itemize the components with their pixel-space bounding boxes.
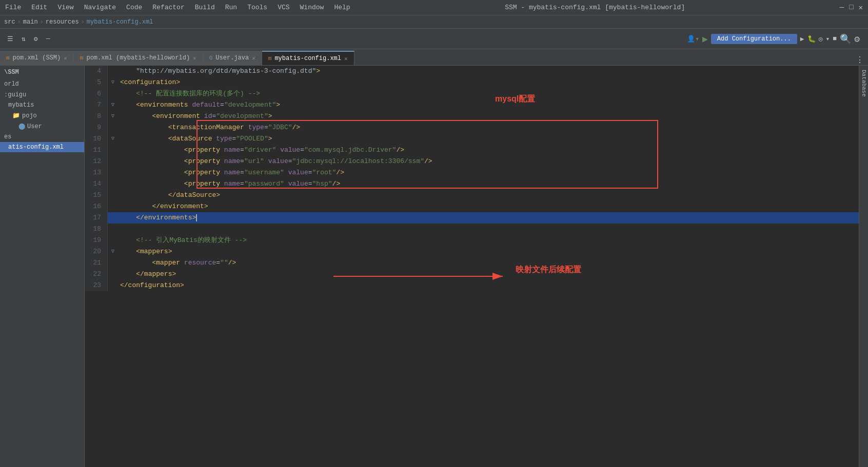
tab-mybatis-config[interactable]: m mybatis-config.xml ✕: [262, 51, 354, 65]
play-button[interactable]: ▶: [800, 35, 804, 43]
coverage-button[interactable]: ◎: [819, 35, 823, 43]
stop-button[interactable]: ■: [833, 35, 837, 43]
sidebar-item-mybatis[interactable]: mybatis: [0, 100, 84, 110]
menu-bar[interactable]: File Edit View Navigate Code Refactor Bu…: [5, 4, 350, 11]
toolbar-icon-2[interactable]: ⇅: [18, 33, 29, 45]
title-bar: File Edit View Navigate Code Refactor Bu…: [0, 0, 868, 15]
line-number-18: 18: [85, 224, 108, 235]
menu-help[interactable]: Help: [334, 4, 350, 11]
settings-toolbar-icon[interactable]: ⚙: [854, 33, 860, 45]
toolbar: ☰ ⇅ ⚙ — 👤▾ ▶ Add Configuration... ▶ 🐛 ◎ …: [0, 29, 868, 49]
code-line-7[interactable]: 7▽ <environments default="development">: [85, 99, 868, 111]
breadcrumb: src › main › resources › mybatis-config.…: [0, 15, 868, 29]
code-line-6[interactable]: 6 <!-- 配置连接数据库的环境(多个) -->: [85, 88, 868, 99]
code-line-22[interactable]: 22 </mappers>: [85, 269, 868, 280]
code-line-17[interactable]: 17 </environments>: [85, 212, 868, 224]
menu-file[interactable]: File: [5, 4, 21, 11]
line-number-14: 14: [85, 178, 108, 190]
menu-view[interactable]: View: [57, 4, 73, 11]
code-line-12[interactable]: 12 <property name="url" value="jdbc:mysq…: [85, 156, 868, 167]
sidebar-item-pojo[interactable]: 📁 pojo: [0, 110, 84, 121]
line-content-15: </dataSource>: [118, 190, 868, 201]
tab-close-pom-mybatis[interactable]: ✕: [193, 55, 196, 62]
sidebar-item-es[interactable]: es: [0, 132, 84, 142]
code-line-18[interactable]: 18: [85, 224, 868, 235]
code-line-4[interactable]: 4 "http://mybatis.org/dtd/mybatis-3-conf…: [85, 66, 868, 77]
menu-navigate[interactable]: Navigate: [84, 4, 116, 11]
sidebar-item-user[interactable]: ⬤ User: [0, 121, 84, 132]
toolbar-minus[interactable]: —: [43, 33, 53, 44]
code-line-19[interactable]: 19 <!-- 引入MyBatis的映射文件 -->: [85, 235, 868, 246]
tab-close-pom-ssm[interactable]: ✕: [64, 55, 67, 62]
line-content-22: </mappers>: [118, 269, 868, 280]
line-gutter-16: [108, 201, 118, 212]
sidebar-item-mybatis-config[interactable]: atis-config.xml: [0, 142, 84, 152]
menu-build[interactable]: Build: [195, 4, 215, 11]
breadcrumb-file[interactable]: mybatis-config.xml: [87, 18, 153, 26]
code-line-5[interactable]: 5▽<configuration>: [85, 77, 868, 88]
tab-more-button[interactable]: ⋮: [852, 55, 868, 65]
line-gutter-5: ▽: [108, 77, 118, 88]
code-line-9[interactable]: 9 <transactionManager type="JDBC"/>: [85, 122, 868, 133]
sidebar-header: \SSM: [0, 66, 84, 79]
line-gutter-6: [108, 88, 118, 99]
tab-close-user-java[interactable]: ✕: [252, 55, 255, 62]
breadcrumb-main[interactable]: main: [23, 18, 38, 26]
code-line-11[interactable]: 11 <property name="driver" value="com.my…: [85, 145, 868, 156]
code-line-23[interactable]: 23</configuration>: [85, 280, 868, 291]
line-gutter-21: [108, 257, 118, 269]
breadcrumb-src[interactable]: src: [4, 18, 15, 26]
code-line-10[interactable]: 10▽ <dataSource type="POOLED">: [85, 133, 868, 145]
menu-refactor[interactable]: Refactor: [152, 4, 184, 11]
menu-code[interactable]: Code: [126, 4, 142, 11]
code-line-15[interactable]: 15 </dataSource>: [85, 190, 868, 201]
code-line-20[interactable]: 20▽ <mappers>: [85, 246, 868, 257]
add-configuration-button[interactable]: Add Configuration...: [711, 34, 797, 44]
line-gutter-14: [108, 178, 118, 190]
code-line-16[interactable]: 16 </environment>: [85, 201, 868, 212]
line-content-5: <configuration>: [118, 77, 868, 88]
main-layout: \SSM orld ːguigu mybatis 📁 pojo ⬤ User e…: [0, 66, 868, 467]
sidebar-item-world[interactable]: orld: [0, 79, 84, 89]
profile-icon[interactable]: 👤▾: [687, 35, 699, 43]
line-content-20: <mappers>: [118, 246, 868, 257]
close-button[interactable]: ✕: [859, 3, 863, 12]
line-content-8: <environment id="development">: [118, 111, 868, 122]
tab-close-mybatis-config[interactable]: ✕: [344, 55, 348, 62]
menu-run[interactable]: Run: [225, 4, 237, 11]
maximize-button[interactable]: □: [849, 3, 853, 12]
sidebar: \SSM orld ːguigu mybatis 📁 pojo ⬤ User e…: [0, 66, 85, 467]
settings-icon[interactable]: ⚙: [31, 33, 41, 45]
project-tree-toggle[interactable]: ☰: [4, 33, 16, 45]
line-content-23: </configuration>: [118, 280, 868, 291]
tab-pom-mybatis[interactable]: m pom.xml (mybatis-helloworld) ✕: [74, 51, 203, 65]
line-content-21: <mapper resource=""/>: [118, 257, 868, 269]
tab-pom-ssm[interactable]: m pom.xml (SSM) ✕: [0, 51, 74, 65]
search-toolbar-icon[interactable]: 🔍: [840, 33, 851, 45]
breadcrumb-resources[interactable]: resources: [46, 18, 79, 26]
code-line-8[interactable]: 8▽ <environment id="development">: [85, 111, 868, 122]
menu-tools[interactable]: Tools: [247, 4, 267, 11]
line-number-6: 6: [85, 88, 108, 99]
minimize-button[interactable]: —: [840, 3, 844, 12]
menu-vcs[interactable]: VCS: [278, 4, 289, 11]
database-panel[interactable]: Database: [859, 66, 868, 467]
line-gutter-9: [108, 122, 118, 133]
code-line-14[interactable]: 14 <property name="password" value="hsp"…: [85, 178, 868, 190]
sidebar-item-guigu[interactable]: ːguigu: [0, 89, 84, 100]
tab-icon-mybatis-config: m: [268, 55, 272, 62]
profile-button[interactable]: ▾: [826, 35, 830, 43]
debug-button[interactable]: 🐛: [807, 35, 816, 43]
code-editor[interactable]: 4 "http://mybatis.org/dtd/mybatis-3-conf…: [85, 66, 868, 467]
line-number-22: 22: [85, 269, 108, 280]
line-number-19: 19: [85, 235, 108, 246]
tab-user-java[interactable]: G User.java ✕: [203, 51, 262, 65]
code-line-21[interactable]: 21 <mapper resource=""/>: [85, 257, 868, 269]
run-icon[interactable]: ▶: [702, 33, 708, 45]
line-number-16: 16: [85, 201, 108, 212]
database-label[interactable]: Database: [861, 66, 867, 101]
menu-edit[interactable]: Edit: [31, 4, 47, 11]
window-controls[interactable]: — □ ✕: [840, 3, 863, 12]
code-line-13[interactable]: 13 <property name="username" value="root…: [85, 167, 868, 178]
menu-window[interactable]: Window: [300, 4, 324, 11]
